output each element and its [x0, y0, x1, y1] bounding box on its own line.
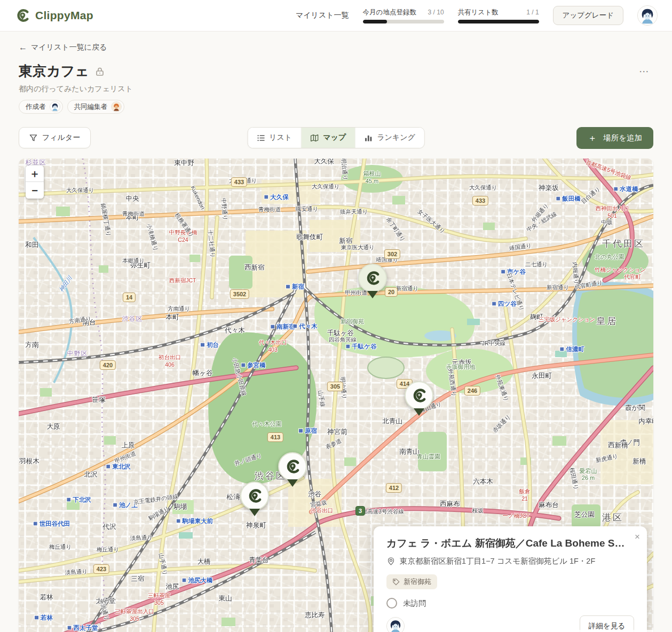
app-header: ClippyMap マイリスト一覧 今月の地点登録数 3 / 10 共有リスト数… [0, 0, 672, 31]
user-avatar[interactable] [637, 5, 658, 26]
clippymap-pin-icon [246, 487, 263, 504]
quota-points-label: 今月の地点登録数 [363, 8, 416, 17]
place-tag-label: 新宿御苑 [404, 577, 431, 587]
add-place-button[interactable]: ＋ 場所を追加 [576, 127, 653, 149]
view-tabs: リスト マップ ランキング [247, 127, 425, 148]
place-title: カフェ ラ・ボエム 新宿御苑／Cafe La Boheme Shinjyuku … [386, 536, 634, 550]
editor-badge: 共同編集者 [67, 100, 125, 114]
location-pin-icon [386, 557, 396, 566]
more-menu-button[interactable]: ⋯ [636, 65, 653, 77]
visited-label: 未訪問 [403, 598, 426, 609]
lock-icon [94, 66, 105, 77]
owner-badge-label: 作成者 [26, 102, 46, 112]
clippymap-pin-icon [284, 458, 301, 475]
map-marker[interactable] [405, 381, 433, 427]
back-arrow-icon: ← [19, 43, 27, 52]
filter-icon [29, 134, 37, 142]
owner-badge: 作成者 [19, 100, 63, 114]
quota-lists-label: 共有リスト数 [458, 8, 499, 17]
page-subtitle: 都内の行ってみたいカフェリスト [19, 84, 653, 94]
map-marker[interactable] [278, 452, 307, 498]
app-logo[interactable]: ClippyMap [14, 7, 93, 23]
map-icon [311, 134, 319, 142]
map-marker[interactable] [358, 264, 387, 310]
filter-button-label: フィルター [42, 133, 80, 143]
map-marker[interactable] [240, 481, 269, 527]
quota-points-bar [363, 20, 444, 23]
ranking-icon [365, 134, 373, 142]
place-owner-avatar [386, 617, 405, 632]
app-title: ClippyMap [35, 9, 93, 22]
quota-points: 今月の地点登録数 3 / 10 [363, 8, 444, 23]
add-place-label: 場所を追加 [603, 133, 642, 143]
editor-badge-label: 共同編集者 [74, 102, 108, 112]
tab-list-label: リスト [269, 133, 292, 143]
tab-ranking-label: ランキング [377, 133, 415, 143]
nav-mylist-link[interactable]: マイリスト一覧 [296, 11, 349, 20]
tab-map-label: マップ [323, 133, 346, 143]
page: ClippyMap マイリスト一覧 今月の地点登録数 3 / 10 共有リスト数… [0, 0, 672, 632]
clippymap-logo-icon [14, 7, 30, 23]
tab-list[interactable]: リスト [248, 128, 302, 148]
filter-button[interactable]: フィルター [19, 127, 91, 148]
tab-ranking[interactable]: ランキング [355, 128, 424, 148]
map-canvas[interactable]: 杉並区中野区渋谷区東中野中央和田本町弥生町南台方南本町大原笹塚幡ヶ谷上原羽根木北… [19, 159, 653, 632]
place-popup: × カフェ ラ・ボエム 新宿御苑／Cafe La Boheme Shinjyuk… [374, 526, 647, 632]
zoom-in-button[interactable]: ＋ [26, 165, 44, 182]
quota-points-value: 3 / 10 [428, 9, 444, 16]
back-link[interactable]: ← マイリスト一覧に戻る [19, 43, 653, 52]
quota-lists: 共有リスト数 1 / 1 [458, 8, 539, 23]
visited-radio[interactable] [386, 598, 397, 609]
upgrade-button[interactable]: アップグレード [553, 6, 623, 25]
clippymap-pin-icon [410, 387, 428, 404]
zoom-out-button[interactable]: − [26, 182, 44, 199]
plus-icon: ＋ [588, 133, 597, 143]
back-link-label: マイリスト一覧に戻る [31, 43, 107, 52]
close-icon[interactable]: × [635, 532, 640, 541]
quota-lists-bar [458, 20, 539, 23]
clippymap-pin-icon [364, 270, 381, 287]
owner-avatar [50, 101, 60, 112]
tab-map[interactable]: マップ [302, 128, 355, 148]
map-attribution: Leaflet | © OpenStreetMap contributors [532, 630, 653, 632]
zoom-control: ＋ − [26, 165, 44, 199]
quota-lists-value: 1 / 1 [526, 9, 539, 16]
editor-avatar [111, 101, 122, 112]
tag-icon [392, 578, 400, 586]
page-title: 東京カフェ [19, 62, 89, 81]
place-address: 東京都新宿区新宿1丁目1−7 コスモ新宿御苑ビル 1F・2F [400, 556, 595, 566]
list-icon [257, 134, 265, 142]
place-tag[interactable]: 新宿御苑 [386, 574, 437, 589]
